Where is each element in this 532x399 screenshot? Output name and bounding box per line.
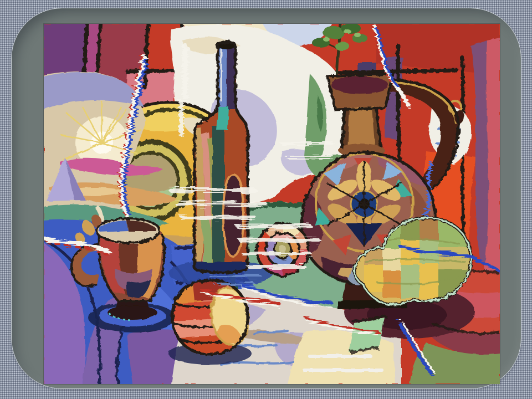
painting-canvas — [44, 24, 500, 384]
still-life-painting — [44, 24, 500, 384]
presentation-slide — [0, 0, 532, 399]
